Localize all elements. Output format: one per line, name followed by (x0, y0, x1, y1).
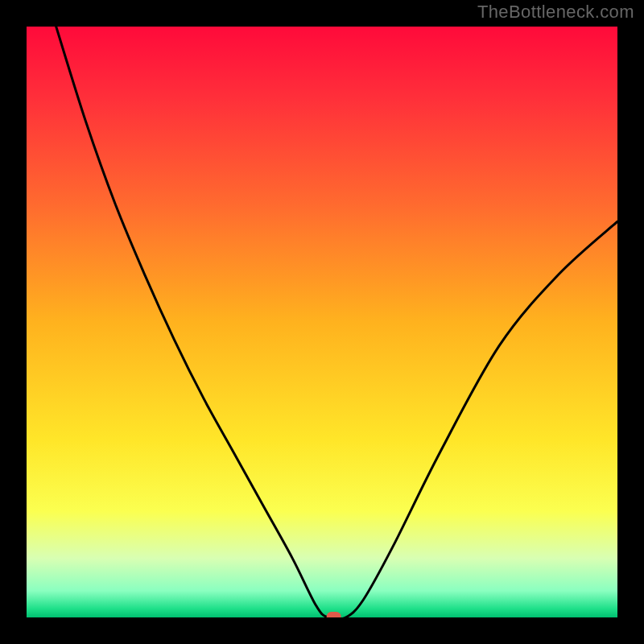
chart-svg (27, 27, 617, 617)
chart-frame: TheBottleneck.com (0, 0, 644, 644)
plot-area (27, 27, 617, 617)
gradient-background (27, 27, 617, 617)
watermark-text: TheBottleneck.com (477, 2, 634, 23)
minimum-marker (327, 612, 341, 617)
